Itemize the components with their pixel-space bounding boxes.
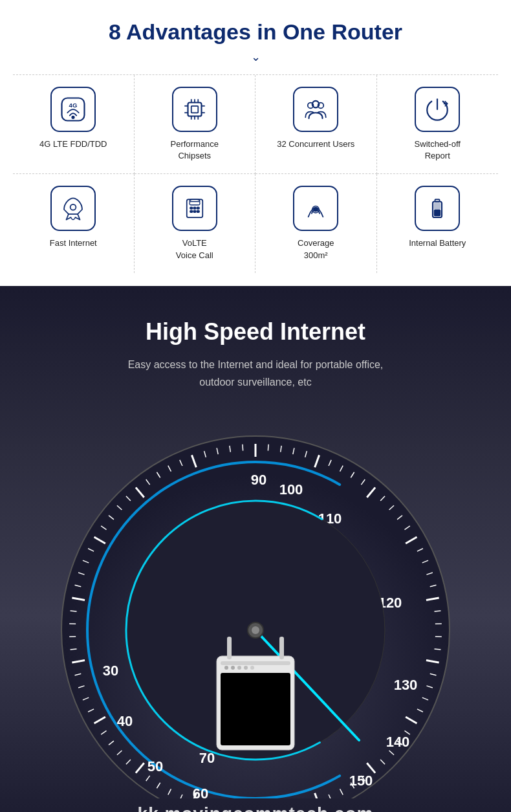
- power-icon-box: [415, 87, 460, 132]
- speed-num-100: 100: [279, 481, 303, 498]
- watermark-text: kk.movingcommtech.com: [0, 804, 511, 812]
- svg-rect-4: [191, 106, 199, 113]
- speed-num-90: 90: [251, 472, 266, 488]
- advantage-users-label: 32 Concurrent Users: [277, 138, 354, 150]
- svg-point-29: [314, 208, 318, 212]
- svg-point-19: [71, 204, 76, 210]
- svg-text:4G: 4G: [69, 102, 78, 109]
- svg-rect-23: [197, 208, 199, 210]
- speed-section: High Speed Internet Easy access to the I…: [0, 286, 511, 812]
- advantages-title: 8 Advantages in One Router: [13, 19, 498, 45]
- advantage-volte-label: VoLTEVoice Call: [176, 237, 213, 261]
- chip-icon: [181, 96, 208, 123]
- signal-icon-box: [293, 186, 338, 231]
- advantage-coverage: Coverage300m²: [256, 174, 377, 272]
- svg-point-137: [250, 666, 254, 670]
- 4g-lte-icon: 4G: [60, 96, 87, 123]
- advantages-section: 8 Advantages in One Router ⌄ 4G 4G LTE F…: [0, 0, 511, 286]
- svg-rect-132: [221, 661, 290, 665]
- 4g-icon-box: 4G: [50, 87, 96, 132]
- speed-title: High Speed Internet: [13, 318, 498, 346]
- speed-num-130: 130: [394, 677, 418, 693]
- users-icon-box: [293, 87, 338, 132]
- svg-rect-34: [435, 204, 440, 210]
- svg-line-60: [434, 649, 440, 650]
- speedometer: 30 40 50 60 70 80 90 100 110 120 130 140…: [36, 410, 475, 798]
- svg-rect-25: [193, 211, 196, 213]
- svg-line-57: [434, 611, 440, 611]
- chevron-down-icon: ⌄: [13, 50, 498, 64]
- svg-rect-32: [435, 199, 440, 202]
- speed-num-140: 140: [386, 734, 410, 750]
- speed-num-30: 30: [103, 663, 118, 679]
- speed-num-60: 60: [193, 785, 208, 798]
- chip-icon-box: [172, 87, 217, 132]
- advantage-chipset: PerformanceChipsets: [135, 75, 256, 174]
- rocket-icon: [60, 195, 87, 222]
- advantage-report: Switched-offReport: [377, 75, 499, 174]
- users-icon: [302, 96, 329, 123]
- svg-rect-24: [190, 211, 193, 213]
- advantage-users: 32 Concurrent Users: [256, 75, 377, 174]
- svg-rect-26: [197, 211, 199, 213]
- advantage-fast-internet: Fast Internet: [13, 174, 135, 272]
- svg-rect-27: [190, 202, 200, 205]
- advantage-chipset-label: PerformanceChipsets: [171, 138, 219, 162]
- advantage-4g-lte: 4G 4G LTE FDD/TDD: [13, 75, 135, 174]
- signal-icon: [302, 195, 329, 222]
- svg-point-133: [224, 666, 228, 670]
- speed-num-50: 50: [147, 758, 163, 774]
- advantage-battery-label: Internal Battery: [409, 237, 466, 249]
- svg-point-130: [252, 626, 259, 634]
- svg-line-37: [268, 444, 268, 451]
- svg-rect-3: [188, 103, 201, 116]
- advantages-grid: 4G 4G LTE FDD/TDD: [13, 74, 498, 273]
- battery-icon-box: [415, 186, 460, 231]
- advantage-4g-label: 4G LTE FDD/TDD: [39, 138, 107, 150]
- advantage-volte: VoLTEVoice Call: [135, 174, 256, 272]
- svg-point-135: [237, 666, 241, 670]
- svg-point-134: [231, 666, 235, 670]
- speed-num-40: 40: [117, 713, 133, 729]
- battery-icon: [424, 195, 451, 222]
- svg-rect-140: [279, 637, 284, 659]
- svg-point-2: [72, 116, 75, 119]
- svg-rect-22: [193, 208, 196, 210]
- advantage-battery: Internal Battery: [377, 174, 499, 272]
- rocket-icon-box: [50, 186, 96, 231]
- advantage-report-label: Switched-offReport: [415, 138, 461, 162]
- speed-num-150: 150: [349, 773, 373, 789]
- speed-subtitle: Easy access to the Internet and ideal fo…: [13, 356, 498, 391]
- svg-line-105: [71, 611, 77, 611]
- svg-rect-139: [227, 637, 232, 659]
- phone-icon-box: [172, 186, 217, 231]
- advantage-fast-internet-label: Fast Internet: [50, 237, 97, 249]
- svg-rect-138: [221, 673, 290, 745]
- svg-line-125: [243, 444, 243, 451]
- power-icon: [424, 96, 451, 123]
- svg-rect-21: [190, 208, 193, 210]
- phone-icon: [181, 195, 208, 222]
- svg-line-102: [71, 649, 77, 650]
- speedometer-svg: 30 40 50 60 70 80 90 100 110 120 130 140…: [36, 410, 475, 798]
- svg-rect-33: [435, 210, 440, 216]
- svg-point-136: [244, 666, 248, 670]
- advantage-coverage-label: Coverage300m²: [298, 237, 334, 261]
